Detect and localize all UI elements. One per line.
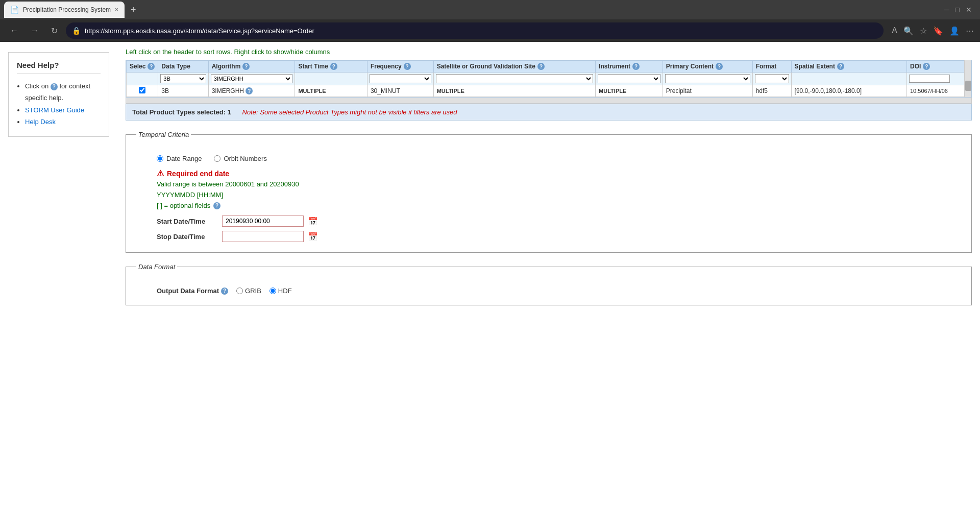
- back-button[interactable]: ←: [6, 24, 22, 37]
- row-doi-text: 10.5067/HH/06: [910, 88, 948, 94]
- spatial-extent-help-icon[interactable]: ?: [837, 63, 844, 70]
- col-start-time[interactable]: Start Time ?: [295, 61, 367, 73]
- lock-icon: 🔒: [72, 27, 81, 35]
- col-doi-label: DOI: [910, 63, 921, 70]
- col-frequency[interactable]: Frequency ?: [367, 61, 433, 73]
- frequency-help-icon[interactable]: ?: [404, 63, 411, 70]
- col-select-label: Selec: [130, 63, 145, 70]
- orbit-numbers-radio[interactable]: [214, 155, 220, 162]
- col-data-type-label: Data Type: [161, 63, 190, 70]
- algorithm-help-icon[interactable]: ?: [242, 63, 250, 70]
- satellite-help-icon[interactable]: ?: [537, 63, 545, 70]
- filter-frequency-cell[interactable]: [367, 73, 433, 85]
- start-date-row: Start Date/Time 📅: [157, 216, 961, 227]
- help-desk-link[interactable]: Help Desk: [25, 118, 56, 126]
- stop-date-label: Stop Date/Time: [157, 233, 218, 241]
- instrument-help-icon[interactable]: ?: [632, 63, 640, 70]
- error-message: ⚠ Required end date: [157, 169, 961, 178]
- summary-note: Note: Some selected Product Types might …: [242, 108, 457, 116]
- tab-close-button[interactable]: ×: [115, 6, 118, 13]
- row-doi[interactable]: 10.5067/HH/06: [906, 85, 971, 97]
- filter-data-type-select[interactable]: 3B 2A: [160, 74, 206, 83]
- output-format-help-icon[interactable]: ?: [221, 288, 228, 295]
- col-select[interactable]: Selec ?: [127, 61, 158, 73]
- collections-icon[interactable]: 🔖: [933, 26, 943, 36]
- filter-satellite-select[interactable]: [436, 74, 593, 83]
- col-data-type[interactable]: Data Type: [158, 61, 208, 73]
- filter-primary-content-cell[interactable]: [663, 73, 752, 85]
- start-date-calendar-icon[interactable]: 📅: [308, 217, 318, 226]
- filter-format-cell[interactable]: [752, 73, 791, 85]
- select-help-icon[interactable]: ?: [148, 63, 155, 70]
- profile-icon[interactable]: 👤: [949, 26, 960, 36]
- url-input[interactable]: [85, 27, 877, 35]
- filter-data-type-cell[interactable]: 3B 2A: [158, 73, 208, 85]
- table-wrapper: Selec ? Data Type Algorithm ?: [126, 60, 972, 104]
- hdf-radio-label[interactable]: HDF: [270, 287, 292, 295]
- help-guide-item: STORM User Guide: [25, 104, 101, 116]
- refresh-button[interactable]: ↻: [47, 24, 62, 38]
- tab-title: Precipitation Processing System: [23, 6, 111, 13]
- start-time-help-icon[interactable]: ?: [330, 63, 337, 70]
- click-on-text: Click on: [25, 82, 51, 90]
- table-scrollbar[interactable]: [964, 60, 971, 97]
- orbit-numbers-radio-label[interactable]: Orbit Numbers: [214, 155, 267, 162]
- row-checkbox[interactable]: [139, 87, 145, 93]
- horizontal-scrollbar[interactable]: [126, 98, 972, 104]
- grib-radio-label[interactable]: GRIB: [236, 287, 261, 295]
- storm-user-guide-link[interactable]: STORM User Guide: [25, 106, 84, 114]
- temporal-criteria-section: Temporal Criteria Date Range Orbit Numbe…: [126, 131, 972, 253]
- minimize-button[interactable]: ─: [944, 6, 949, 14]
- help-context-item: Click on ? for context specific help.: [25, 80, 101, 104]
- doi-help-icon[interactable]: ?: [923, 63, 930, 70]
- zoom-icon[interactable]: 🔍: [903, 26, 914, 36]
- stop-date-input[interactable]: [222, 231, 304, 242]
- row-algorithm-help-icon[interactable]: ?: [246, 87, 253, 94]
- active-tab[interactable]: 📄 Precipitation Processing System ×: [4, 2, 125, 18]
- primary-content-help-icon[interactable]: ?: [716, 63, 723, 70]
- grib-radio[interactable]: [236, 288, 243, 294]
- filter-satellite-cell[interactable]: [433, 73, 595, 85]
- reader-mode-icon[interactable]: A: [892, 26, 897, 35]
- optional-help-icon[interactable]: ?: [213, 202, 220, 209]
- filter-doi-cell[interactable]: [906, 73, 971, 85]
- filter-instrument-select[interactable]: [598, 74, 660, 83]
- filter-select-cell: [127, 73, 158, 85]
- browser-nav-icons: A 🔍 ☆ 🔖 👤 ⋯: [892, 26, 974, 36]
- scrollbar-thumb[interactable]: [965, 81, 971, 91]
- col-primary-content[interactable]: Primary Content ?: [663, 61, 752, 73]
- favorites-icon[interactable]: ☆: [920, 26, 927, 36]
- date-format-text: YYYYMMDD [HH:MM]: [157, 191, 961, 199]
- settings-icon[interactable]: ⋯: [966, 26, 974, 36]
- filter-primary-content-select[interactable]: [665, 74, 750, 83]
- row-satellite: MULTIPLE: [433, 85, 595, 97]
- filter-instrument-cell[interactable]: [596, 73, 663, 85]
- main-area: Left click on the header to sort rows. R…: [117, 42, 980, 526]
- col-spatial-extent[interactable]: Spatial Extent ?: [791, 61, 906, 73]
- new-tab-button[interactable]: +: [127, 3, 140, 17]
- filter-algorithm-select[interactable]: 3IMERGHH 3IMERGDF: [211, 74, 293, 83]
- row-select-cell[interactable]: [127, 85, 158, 97]
- col-satellite-label: Satellite or Ground Validation Site: [437, 63, 535, 70]
- col-format[interactable]: Format: [752, 61, 791, 73]
- col-satellite[interactable]: Satellite or Ground Validation Site ?: [433, 61, 595, 73]
- date-range-radio-label[interactable]: Date Range: [157, 155, 202, 162]
- filter-start-time-cell: [295, 73, 367, 85]
- col-instrument[interactable]: Instrument ?: [596, 61, 663, 73]
- date-range-radio[interactable]: [157, 155, 163, 162]
- tab-favicon: 📄: [10, 6, 19, 14]
- filter-format-select[interactable]: [755, 74, 789, 83]
- start-date-input[interactable]: [222, 216, 304, 227]
- close-window-button[interactable]: ✕: [966, 6, 972, 14]
- col-doi[interactable]: DOI ?: [906, 61, 971, 73]
- col-algorithm[interactable]: Algorithm ?: [208, 61, 295, 73]
- context-help-icon[interactable]: ?: [51, 83, 58, 90]
- filter-doi-input[interactable]: [909, 75, 950, 83]
- hdf-radio[interactable]: [270, 288, 276, 294]
- forward-button[interactable]: →: [27, 24, 43, 37]
- address-bar: 🔒: [66, 22, 884, 39]
- stop-date-calendar-icon[interactable]: 📅: [308, 232, 318, 242]
- filter-frequency-select[interactable]: [370, 74, 431, 83]
- filter-algorithm-cell[interactable]: 3IMERGHH 3IMERGDF: [208, 73, 295, 85]
- maximize-button[interactable]: □: [955, 6, 960, 14]
